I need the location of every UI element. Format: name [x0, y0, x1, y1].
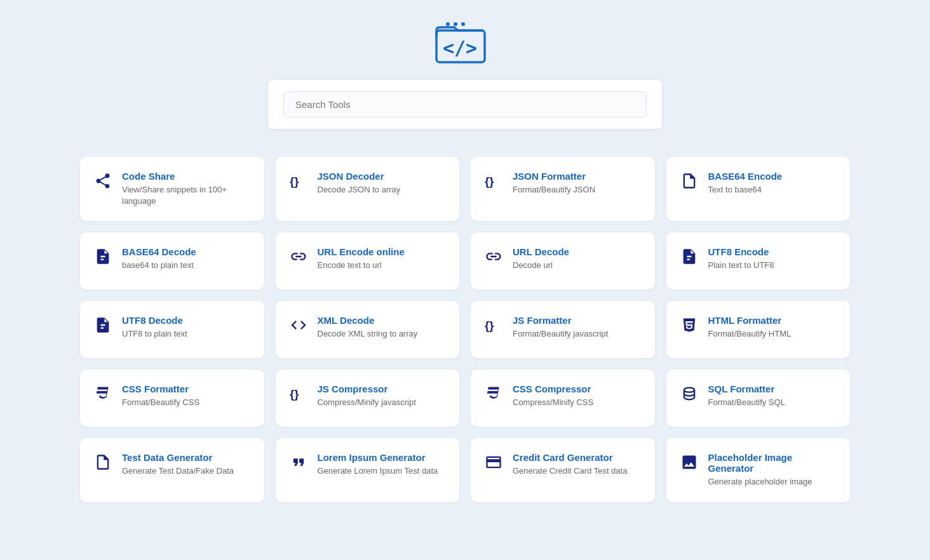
tool-icon-xml-decode: [288, 315, 309, 335]
tool-info-css-compressor: CSS Compressor Compress/Minify CSS: [513, 383, 593, 408]
tool-title-credit-card-gen: Credit Card Generator: [513, 452, 627, 463]
tool-card-lorem-ipsum-gen[interactable]: Lorem Ipsum Generator Generate Lorem Ips…: [276, 438, 460, 502]
tool-icon-utf8-encode: [679, 246, 699, 267]
svg-text:</>: </>: [443, 37, 477, 59]
logo-icon: </>: [435, 19, 486, 65]
tool-info-credit-card-gen: Credit Card Generator Generate Credit Ca…: [513, 452, 627, 477]
logo-area: </>: [435, 19, 495, 65]
tool-title-json-decoder: JSON Decoder: [318, 171, 401, 182]
tool-title-utf8-encode: UTF8 Encode: [708, 246, 774, 257]
tool-card-js-formatter[interactable]: JS Formatter Format/Beautify javascript: [471, 301, 655, 358]
tool-info-base64-encode: BASE64 Encode Text to base64: [708, 171, 783, 196]
tool-card-test-data-gen[interactable]: Test Data Generator Generate Test Data/F…: [80, 438, 264, 502]
tool-info-css-formatter: CSS Formatter Format/Beautify CSS: [122, 383, 199, 408]
tool-icon-base64-decode: [93, 246, 113, 267]
tool-title-base64-encode: BASE64 Encode: [708, 171, 783, 182]
tool-title-css-compressor: CSS Compressor: [513, 383, 593, 394]
tool-icon-code-share: [93, 171, 113, 191]
tool-info-sql-formatter: SQL Formatter Format/Beautify SQL: [708, 383, 785, 408]
tool-card-base64-decode[interactable]: BASE64 Decode base64 to plain text: [80, 232, 264, 290]
tool-card-js-compressor[interactable]: JS Compressor Compress/Minify javascript: [276, 370, 460, 427]
tool-icon-json-formatter: [483, 171, 504, 191]
tool-title-html-formatter: HTML Formatter: [708, 315, 792, 326]
tool-icon-utf8-decode: [93, 315, 113, 335]
svg-point-5: [461, 22, 465, 26]
tool-card-utf8-encode[interactable]: UTF8 Encode Plain text to UTF8: [666, 232, 851, 290]
tool-desc-base64-encode: Text to base64: [708, 184, 783, 196]
tool-card-placeholder-img-gen[interactable]: Placeholder Image Generator Generate pla…: [666, 438, 851, 502]
svg-point-3: [446, 22, 450, 26]
tool-desc-utf8-decode: UTF8 to plain text: [122, 328, 187, 340]
tool-icon-json-decoder: [288, 171, 309, 191]
tool-desc-lorem-ipsum-gen: Generate Lorem Ipsum Test data: [318, 465, 438, 477]
tool-icon-test-data-gen: [93, 452, 113, 472]
tool-info-utf8-encode: UTF8 Encode Plain text to UTF8: [708, 246, 774, 271]
tool-card-sql-formatter[interactable]: SQL Formatter Format/Beautify SQL: [666, 370, 851, 427]
tool-desc-url-encode: Encode text to url: [318, 260, 405, 271]
tool-title-code-share: Code Share: [122, 171, 252, 182]
tool-card-xml-decode[interactable]: XML Decode Decode XML string to array: [276, 301, 460, 358]
tool-title-xml-decode: XML Decode: [318, 315, 418, 326]
tool-info-utf8-decode: UTF8 Decode UTF8 to plain text: [122, 315, 187, 340]
tool-card-code-share[interactable]: Code Share View/Share snippets in 100+ l…: [80, 157, 264, 221]
tool-title-lorem-ipsum-gen: Lorem Ipsum Generator: [318, 452, 438, 463]
tool-icon-lorem-ipsum-gen: [288, 452, 309, 472]
tool-icon-url-decode: [483, 246, 504, 267]
tool-title-test-data-gen: Test Data Generator: [122, 452, 234, 463]
header: </>: [0, 0, 930, 142]
tool-info-url-decode: URL Decode Decode url: [513, 246, 569, 271]
tool-card-url-encode[interactable]: URL Encode online Encode text to url: [276, 232, 460, 290]
tool-desc-code-share: View/Share snippets in 100+ language: [122, 184, 252, 207]
tool-desc-test-data-gen: Generate Test Data/Fake Data: [122, 465, 234, 477]
tool-info-base64-decode: BASE64 Decode base64 to plain text: [122, 246, 196, 271]
tool-title-placeholder-img-gen: Placeholder Image Generator: [708, 452, 838, 474]
tool-info-xml-decode: XML Decode Decode XML string to array: [318, 315, 418, 340]
tool-title-url-decode: URL Decode: [513, 246, 569, 257]
tool-info-url-encode: URL Encode online Encode text to url: [318, 246, 405, 271]
tool-icon-css-compressor: [483, 383, 504, 404]
tool-info-html-formatter: HTML Formatter Format/Beautify HTML: [708, 315, 792, 340]
tool-card-utf8-decode[interactable]: UTF8 Decode UTF8 to plain text: [80, 301, 264, 358]
tool-card-css-compressor[interactable]: CSS Compressor Compress/Minify CSS: [471, 370, 655, 427]
tool-desc-css-formatter: Format/Beautify CSS: [122, 397, 199, 408]
tool-info-test-data-gen: Test Data Generator Generate Test Data/F…: [122, 452, 234, 477]
tool-icon-url-encode: [288, 246, 309, 267]
tool-icon-base64-encode: [679, 171, 699, 191]
search-input[interactable]: [283, 91, 647, 117]
tool-info-placeholder-img-gen: Placeholder Image Generator Generate pla…: [708, 452, 838, 488]
tool-desc-html-formatter: Format/Beautify HTML: [708, 328, 792, 340]
tool-icon-js-compressor: [288, 383, 309, 404]
tools-grid: Code Share View/Share snippets in 100+ l…: [65, 157, 865, 502]
tool-card-base64-encode[interactable]: BASE64 Encode Text to base64: [666, 157, 851, 221]
tool-desc-json-formatter: Format/Beautify JSON: [513, 184, 595, 196]
tool-icon-placeholder-img-gen: [679, 452, 699, 472]
tool-desc-js-formatter: Format/Beautify javascript: [513, 328, 608, 340]
tool-desc-url-decode: Decode url: [513, 260, 569, 271]
tool-card-credit-card-gen[interactable]: Credit Card Generator Generate Credit Ca…: [471, 438, 655, 502]
tool-info-code-share: Code Share View/Share snippets in 100+ l…: [122, 171, 252, 207]
tool-icon-sql-formatter: [679, 383, 699, 404]
tool-card-json-decoder[interactable]: JSON Decoder Decode JSON to array: [276, 157, 460, 221]
tool-info-json-decoder: JSON Decoder Decode JSON to array: [318, 171, 401, 196]
tool-desc-xml-decode: Decode XML string to array: [318, 328, 418, 340]
tool-card-json-formatter[interactable]: JSON Formatter Format/Beautify JSON: [471, 157, 655, 221]
tool-desc-sql-formatter: Format/Beautify SQL: [708, 397, 785, 408]
tool-card-url-decode[interactable]: URL Decode Decode url: [471, 232, 655, 290]
tool-desc-base64-decode: base64 to plain text: [122, 260, 196, 271]
tool-title-js-compressor: JS Compressor: [318, 383, 416, 394]
tool-card-css-formatter[interactable]: CSS Formatter Format/Beautify CSS: [80, 370, 264, 427]
tool-title-sql-formatter: SQL Formatter: [708, 383, 785, 394]
tool-desc-css-compressor: Compress/Minify CSS: [513, 397, 593, 408]
tool-info-json-formatter: JSON Formatter Format/Beautify JSON: [513, 171, 595, 196]
tool-icon-html-formatter: [679, 315, 699, 335]
tool-icon-css-formatter: [93, 383, 113, 404]
tool-desc-utf8-encode: Plain text to UTF8: [708, 260, 774, 271]
tool-desc-placeholder-img-gen: Generate placeholder image: [708, 476, 838, 488]
tool-info-js-compressor: JS Compressor Compress/Minify javascript: [318, 383, 416, 408]
tool-icon-js-formatter: [483, 315, 504, 335]
tool-card-html-formatter[interactable]: HTML Formatter Format/Beautify HTML: [666, 301, 851, 358]
tool-title-css-formatter: CSS Formatter: [122, 383, 199, 394]
search-area: [268, 80, 662, 129]
svg-point-4: [454, 22, 457, 26]
tool-desc-credit-card-gen: Generate Credit Card Test data: [513, 465, 627, 477]
